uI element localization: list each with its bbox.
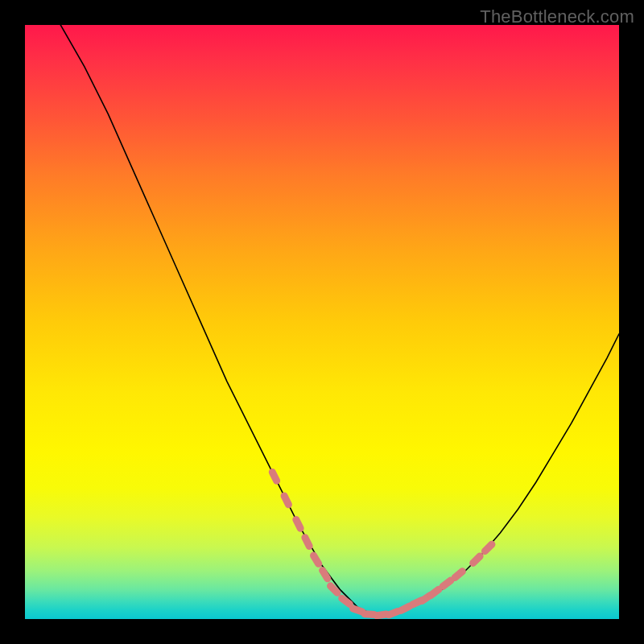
curve-left-curve — [60, 25, 375, 616]
chart-plot-area — [25, 25, 619, 619]
highlight-marker — [389, 611, 398, 614]
highlight-marker — [365, 614, 374, 615]
highlight-marker — [353, 609, 362, 612]
chart-svg — [25, 25, 619, 619]
highlight-marker — [305, 538, 309, 547]
highlight-marker — [377, 614, 386, 616]
highlight-marker — [323, 571, 328, 579]
watermark-text: TheBottleneck.com — [480, 6, 634, 27]
highlight-marker — [284, 496, 288, 505]
highlight-marker — [342, 598, 350, 604]
highlight-marker — [331, 586, 337, 592]
highlight-marker — [272, 473, 276, 481]
highlight-marker — [473, 556, 480, 563]
curve-right-curve — [375, 334, 619, 617]
highlight-marker — [431, 589, 439, 595]
highlight-marker — [296, 520, 300, 529]
marker-group — [272, 473, 492, 616]
highlight-marker — [314, 555, 319, 564]
highlight-marker — [443, 580, 451, 586]
curve-group — [60, 25, 619, 616]
highlight-marker — [401, 606, 410, 610]
highlight-marker — [455, 572, 462, 578]
highlight-marker — [485, 544, 491, 551]
